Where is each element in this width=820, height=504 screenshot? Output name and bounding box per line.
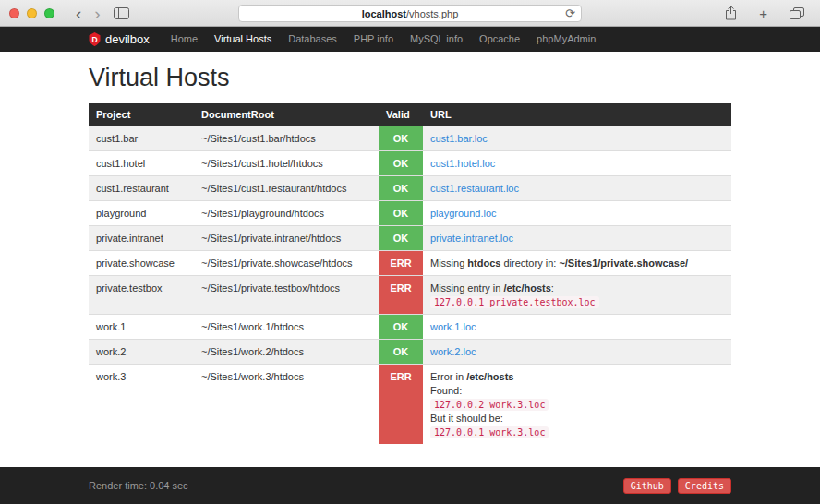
project-cell: work.3	[89, 365, 194, 445]
nav-item-php-info[interactable]: PHP info	[345, 27, 402, 52]
share-icon[interactable]	[718, 6, 743, 20]
valid-status-badge: ERR	[379, 251, 423, 276]
valid-status-badge: ERR	[379, 276, 423, 315]
vhosts-table: ProjectDocumentRootValidURL cust1.bar~/S…	[89, 103, 731, 444]
sidebar-icon[interactable]	[107, 7, 136, 19]
navbar-menu: HomeVirtual HostsDatabasesPHP infoMySQL …	[163, 27, 605, 52]
toolbar-right: +	[718, 5, 811, 22]
table-row: work.1~/Sites1/work.1/htdocsOKwork.1.loc	[89, 315, 731, 340]
close-window-button[interactable]	[9, 8, 19, 18]
column-header-project: Project	[89, 103, 194, 126]
project-cell: work.2	[89, 340, 194, 365]
nav-item-phpmyadmin[interactable]: phpMyAdmin	[528, 27, 604, 52]
url-cell: work.1.loc	[423, 315, 731, 340]
docroot-cell: ~/Sites1/private.showcase/htdocs	[194, 251, 379, 276]
nav-item-mysql-info[interactable]: MySQL info	[402, 27, 471, 52]
docroot-cell: ~/Sites1/cust1.restaurant/htdocs	[194, 176, 379, 201]
emphasized-text: /etc/hosts	[503, 282, 550, 294]
github-button[interactable]: Github	[623, 478, 671, 494]
project-cell: private.showcase	[89, 251, 194, 276]
status-message-text: :	[551, 282, 554, 294]
project-cell: cust1.bar	[89, 126, 194, 151]
table-row: playground~/Sites1/playground/htdocsOKpl…	[89, 201, 731, 226]
project-cell: private.intranet	[89, 226, 194, 251]
footer: Render time: 0.04 sec Github Credits	[0, 467, 820, 504]
docroot-cell: ~/Sites1/work.2/htdocs	[194, 340, 379, 365]
hosts-entry-code: 127.0.0.2 work.3.loc	[430, 399, 549, 411]
nav-item-home[interactable]: Home	[163, 27, 206, 52]
status-message-text: Found:	[430, 385, 462, 396]
status-message-text: Error in	[430, 371, 466, 382]
table-row: private.intranet~/Sites1/private.intrane…	[89, 226, 731, 251]
valid-status-badge: OK	[379, 151, 423, 176]
hosts-entry-code: 127.0.0.1 private.testbox.loc	[430, 296, 599, 308]
status-message-text: Missing entry in	[430, 282, 503, 294]
docroot-cell: ~/Sites1/cust1.bar/htdocs	[194, 126, 379, 151]
minimize-window-button[interactable]	[27, 8, 37, 18]
table-row: cust1.hotel~/Sites1/cust1.hotel/htdocsOK…	[89, 151, 731, 176]
valid-status-badge: OK	[379, 176, 423, 201]
address-bar[interactable]: localhost/vhosts.php ⟳	[238, 5, 582, 22]
docroot-cell: ~/Sites1/private.intranet/htdocs	[194, 226, 379, 251]
vhost-link[interactable]: playground.loc	[430, 208, 497, 219]
table-row: work.2~/Sites1/work.2/htdocsOKwork.2.loc	[89, 340, 731, 365]
window-controls	[9, 8, 54, 18]
nav-item-databases[interactable]: Databases	[280, 27, 345, 52]
column-header-valid: Valid	[379, 103, 423, 126]
main-content: Virtual Hosts ProjectDocumentRootValidUR…	[0, 52, 820, 467]
zoom-window-button[interactable]	[44, 8, 54, 18]
docroot-cell: ~/Sites1/work.3/htdocs	[194, 365, 379, 445]
valid-status-badge: OK	[379, 226, 423, 251]
nav-item-opcache[interactable]: Opcache	[471, 27, 528, 52]
vhost-table-body: cust1.bar~/Sites1/cust1.bar/htdocsOKcust…	[89, 126, 731, 445]
nav-item-virtual-hosts[interactable]: Virtual Hosts	[206, 27, 280, 52]
credits-button[interactable]: Credits	[678, 478, 731, 494]
url-cell: Error in /etc/hostsFound:127.0.0.2 work.…	[423, 365, 731, 445]
table-row: private.showcase~/Sites1/private.showcas…	[89, 251, 731, 276]
emphasized-text: /etc/hosts	[466, 371, 513, 382]
url-cell: playground.loc	[423, 201, 731, 226]
url-cell: private.intranet.loc	[423, 226, 731, 251]
docroot-cell: ~/Sites1/playground/htdocs	[194, 201, 379, 226]
column-header-documentroot: DocumentRoot	[194, 103, 379, 126]
column-header-url: URL	[423, 103, 731, 126]
table-header-row: ProjectDocumentRootValidURL	[89, 103, 731, 126]
project-cell: playground	[89, 201, 194, 226]
valid-status-badge: OK	[379, 201, 423, 226]
table-row: private.testbox~/Sites1/private.testbox/…	[89, 276, 731, 315]
url-cell: cust1.restaurant.loc	[423, 176, 731, 201]
url-cell: Missing htdocs directory in: ~/Sites1/pr…	[423, 251, 731, 276]
table-row: work.3~/Sites1/work.3/htdocsERRError in …	[89, 365, 731, 445]
project-cell: cust1.restaurant	[89, 176, 194, 201]
url-cell: cust1.hotel.loc	[423, 151, 731, 176]
docroot-cell: ~/Sites1/cust1.hotel/htdocs	[194, 151, 379, 176]
page-title: Virtual Hosts	[89, 64, 731, 91]
status-message-text: Missing	[430, 258, 467, 269]
project-cell: work.1	[89, 315, 194, 340]
table-row: cust1.restaurant~/Sites1/cust1.restauran…	[89, 176, 731, 201]
reload-icon[interactable]: ⟳	[565, 6, 575, 20]
brand-label: devilbox	[105, 32, 150, 46]
url-cell: cust1.bar.loc	[423, 126, 731, 151]
devilbox-logo-icon: D	[89, 32, 101, 46]
vhost-link[interactable]: private.intranet.loc	[430, 233, 513, 244]
project-cell: private.testbox	[89, 276, 194, 315]
status-message-text: directory in:	[500, 258, 559, 269]
url-cell: Missing entry in /etc/hosts:127.0.0.1 pr…	[423, 276, 731, 315]
browser-chrome: ‹ › localhost/vhosts.php ⟳ +	[0, 0, 820, 27]
new-tab-icon[interactable]: +	[753, 5, 774, 22]
valid-status-badge: OK	[379, 315, 423, 340]
show-tabs-icon[interactable]	[783, 7, 811, 19]
svg-text:D: D	[91, 35, 97, 44]
vhost-link[interactable]: cust1.hotel.loc	[430, 158, 495, 169]
emphasized-text: ~/Sites1/private.showcase/	[559, 258, 688, 269]
vhost-link[interactable]: work.2.loc	[430, 346, 476, 357]
vhost-link[interactable]: cust1.bar.loc	[430, 133, 488, 144]
vhost-link[interactable]: cust1.restaurant.loc	[430, 183, 519, 194]
brand-link[interactable]: D devilbox	[89, 32, 150, 46]
back-icon[interactable]: ‹	[69, 5, 88, 22]
vhost-link[interactable]: work.1.loc	[430, 321, 476, 332]
url-domain: localhost	[362, 8, 406, 19]
valid-status-badge: OK	[379, 126, 423, 151]
forward-icon[interactable]: ›	[88, 5, 106, 22]
